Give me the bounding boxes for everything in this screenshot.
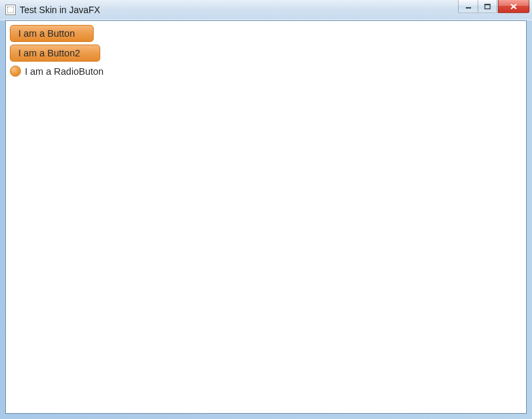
content-pane: I am a Button I am a Button2 I am a Radi…	[6, 21, 526, 81]
radio-label: I am a RadioButon	[25, 66, 104, 77]
radio-button[interactable]: I am a RadioButon	[10, 64, 104, 77]
close-button[interactable]	[498, 0, 529, 13]
radio-icon	[10, 66, 21, 77]
app-icon	[5, 5, 16, 15]
button-2[interactable]: I am a Button2	[10, 45, 100, 62]
close-icon	[510, 3, 518, 10]
window-controls	[458, 0, 532, 13]
window-title: Test Skin in JavaFX	[20, 5, 100, 15]
button-1[interactable]: I am a Button	[10, 25, 94, 42]
maximize-icon	[484, 3, 491, 10]
client-area: I am a Button I am a Button2 I am a Radi…	[5, 20, 527, 414]
minimize-button[interactable]	[458, 0, 478, 13]
minimize-icon	[465, 3, 472, 10]
window-titlebar: Test Skin in JavaFX	[0, 0, 532, 20]
maximize-button[interactable]	[478, 0, 497, 13]
